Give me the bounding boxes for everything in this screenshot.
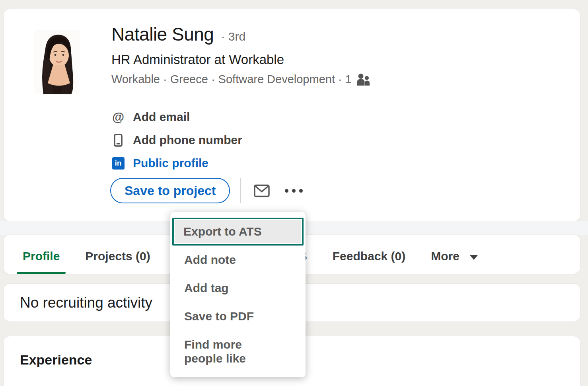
- linkedin-icon: in: [111, 157, 125, 170]
- profile-card: Natalie Sung · 3rd HR Administrator at W…: [4, 9, 580, 221]
- connection-degree: · 3rd: [221, 30, 245, 43]
- phone-icon: [111, 134, 125, 147]
- save-to-project-button[interactable]: Save to project: [110, 178, 230, 203]
- recruiting-activity-text: No recruiting activity: [20, 294, 152, 311]
- contact-section: @ Add email Add phone number in Public p…: [111, 110, 242, 170]
- profile-name: Natalie Sung: [111, 23, 214, 45]
- tab-feedback[interactable]: Feedback (0): [333, 239, 405, 274]
- overflow-menu-button[interactable]: [282, 187, 305, 195]
- message-button[interactable]: [251, 182, 272, 200]
- profile-meta-row: Workable · Greece · Software Development…: [111, 73, 370, 86]
- add-phone-label: Add phone number: [133, 133, 242, 147]
- menu-item-find-more-people-like[interactable]: Find more people like: [170, 330, 306, 372]
- public-profile-label: Public profile: [133, 156, 208, 170]
- profile-meta: Workable · Greece · Software Development…: [111, 73, 352, 86]
- vertical-divider: [240, 178, 241, 203]
- tab-more[interactable]: More: [431, 239, 478, 274]
- add-phone-row[interactable]: Add phone number: [111, 133, 242, 147]
- action-row: Save to project: [110, 178, 305, 203]
- portrait-illustration: [34, 30, 80, 94]
- menu-item-add-note[interactable]: Add note: [170, 246, 306, 274]
- people-icon: [356, 73, 370, 86]
- add-email-label: Add email: [133, 110, 190, 124]
- envelope-icon: [254, 184, 270, 197]
- menu-item-save-to-pdf[interactable]: Save to PDF: [170, 302, 306, 330]
- profile-photo[interactable]: [34, 30, 80, 94]
- menu-item-export-to-ats[interactable]: Export to ATS: [172, 218, 304, 246]
- tab-projects[interactable]: Projects (0): [85, 239, 150, 274]
- chevron-down-icon: [470, 255, 478, 260]
- name-row: Natalie Sung · 3rd: [111, 23, 245, 45]
- public-profile-link[interactable]: in Public profile: [111, 156, 242, 170]
- experience-section-title: Experience: [20, 352, 92, 368]
- ellipsis-icon: [285, 189, 288, 193]
- menu-item-add-tag[interactable]: Add tag: [170, 274, 306, 302]
- add-email-row[interactable]: @ Add email: [111, 110, 242, 124]
- profile-headline: HR Administrator at Workable: [111, 52, 284, 67]
- at-icon: @: [111, 111, 125, 123]
- overflow-dropdown-menu: Export to ATS Add note Add tag Save to P…: [170, 212, 306, 377]
- tab-more-label: More: [431, 250, 459, 263]
- tab-profile[interactable]: Profile: [23, 239, 60, 274]
